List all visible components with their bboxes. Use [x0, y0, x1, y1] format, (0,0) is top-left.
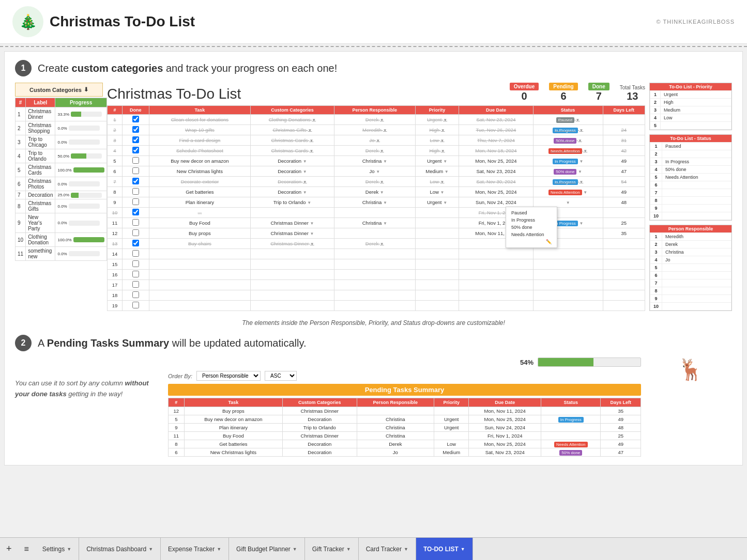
table-row: 6 New Christmas lights Decoration ▼ Jo ▼…	[108, 166, 645, 177]
tab-settings[interactable]: Settings ▼	[35, 538, 79, 560]
tab-todo-list[interactable]: TO-DO LIST ▼	[416, 538, 473, 560]
cat-col-num: #	[16, 98, 26, 107]
order-by-select[interactable]: Person Responsible	[196, 371, 261, 381]
done-cell[interactable]	[122, 228, 149, 239]
done-checkbox[interactable]	[132, 188, 139, 195]
done-checkbox[interactable]	[132, 209, 139, 215]
dropdown-option-50done[interactable]: 50% done	[508, 224, 555, 231]
dropdown-option-in-progress[interactable]: In Progress	[508, 216, 555, 224]
table-row: 16	[108, 270, 645, 280]
tab-gift-budget[interactable]: Gift Budget Planner ▼	[229, 538, 305, 560]
done-cell[interactable]	[122, 197, 149, 208]
down-arrow-icon: ⬇	[84, 86, 88, 93]
right-legends-panel: To-Do List - Priority 1Urgent2High3Mediu…	[649, 83, 732, 315]
done-checkbox[interactable]	[132, 240, 139, 246]
done-cell[interactable]	[122, 156, 149, 166]
header-copyright: © THINKLIKEAGIRLBOSS	[657, 19, 735, 25]
done-cell[interactable]	[122, 218, 149, 228]
status-dropdown-popup[interactable]: Paused In Progress 50% done Needs Attent…	[506, 207, 557, 248]
dropdown-option-needs-attention[interactable]: Needs Attention	[508, 231, 555, 238]
table-row: 18	[108, 290, 645, 301]
done-checkbox[interactable]	[132, 157, 139, 164]
task-days	[603, 301, 645, 311]
status-legend-header: To-Do List - Status	[650, 135, 731, 142]
tab-christmas-dashboard[interactable]: Christmas Dashboard ▼	[79, 538, 161, 560]
tab-plus-button[interactable]: +	[0, 538, 18, 560]
tab-card-tracker-label: Card Tracker	[366, 546, 402, 553]
p-status: In Progress	[541, 415, 601, 424]
done-checkbox[interactable]	[132, 167, 139, 174]
done-checkbox[interactable]	[132, 291, 139, 298]
legend-num: 7	[650, 189, 662, 197]
done-cell[interactable]	[122, 208, 149, 218]
done-cell[interactable]	[122, 146, 149, 156]
task-category	[251, 259, 334, 270]
done-cell[interactable]	[122, 239, 149, 249]
custom-categories-panel: Custom Categories ⬇ # Label Progress 1 C…	[15, 83, 103, 315]
done-checkbox[interactable]	[132, 178, 139, 184]
progress-row: 54%	[168, 357, 641, 367]
done-cell[interactable]	[122, 166, 149, 177]
legend-num: 1	[650, 91, 661, 99]
task-name: Buy props	[149, 228, 250, 239]
task-category: Christmas-Gifts ▼	[251, 125, 334, 135]
th-due: Due Date	[459, 106, 533, 115]
done-cell[interactable]	[122, 135, 149, 146]
done-cell[interactable]	[122, 177, 149, 187]
legend-label: Medium	[661, 106, 731, 114]
row-num: 6	[108, 166, 123, 177]
tab-card-tracker[interactable]: Card Tracker ▼	[359, 538, 416, 560]
done-checkbox[interactable]	[132, 302, 139, 308]
custom-cat-row: 4 Trip to Orlando 50.0%	[16, 149, 107, 163]
done-cell[interactable]	[122, 259, 149, 270]
done-cell[interactable]	[122, 187, 149, 197]
done-cell[interactable]	[122, 125, 149, 135]
done-cell[interactable]	[122, 249, 149, 259]
task-status: Needs Attention ▼	[533, 187, 603, 197]
done-checkbox[interactable]	[132, 116, 139, 122]
pending-row: 9 Plan itinerary Trip to Orlando Christi…	[169, 424, 641, 432]
done-checkbox[interactable]	[132, 229, 139, 236]
task-due: Thu, Nov 7, 2024	[459, 135, 533, 146]
done-checkbox[interactable]	[132, 260, 139, 267]
done-checkbox[interactable]	[132, 126, 139, 133]
legend-label	[662, 205, 731, 212]
dropdown-edit-icon[interactable]: ✏️	[508, 238, 555, 245]
done-cell[interactable]	[122, 290, 149, 301]
legend-label	[662, 295, 731, 303]
done-checkbox[interactable]	[132, 198, 139, 205]
task-category: Christmas-Cards ▼	[251, 146, 334, 156]
legend-row: 4Jo	[650, 256, 731, 264]
tab-gift-tracker[interactable]: Gift Tracker ▼	[305, 538, 359, 560]
row-num: 9	[108, 197, 123, 208]
pending-header-bar: Pending Tasks Summary	[168, 384, 641, 396]
done-checkbox[interactable]	[132, 147, 139, 153]
status-badge: Needs Attention	[548, 190, 582, 195]
tab-christmas-label: Christmas Dashboard	[86, 546, 146, 553]
done-checkbox[interactable]	[132, 250, 139, 257]
p-num: 12	[169, 407, 185, 415]
total-stat: Total Tasks 13	[620, 85, 645, 102]
tab-expense-tracker[interactable]: Expense Tracker ▼	[161, 538, 229, 560]
p-person: Christina	[357, 424, 434, 432]
done-cell[interactable]	[122, 301, 149, 311]
task-category: Christmas-Dinner ▼	[251, 239, 334, 249]
legend-num: 10	[650, 303, 662, 310]
done-cell[interactable]	[122, 270, 149, 280]
done-checkbox[interactable]	[132, 136, 139, 143]
dropdown-option-paused[interactable]: Paused	[508, 209, 555, 216]
status-badge: Needs Attention	[554, 442, 587, 447]
legend-row: 9	[650, 205, 731, 212]
legend-label	[662, 279, 731, 287]
legend-row: 7	[650, 189, 731, 197]
done-checkbox[interactable]	[132, 281, 139, 288]
done-cell[interactable]	[122, 280, 149, 290]
tab-lines-button[interactable]: ≡	[18, 538, 35, 560]
task-priority: Urgent ▼	[415, 197, 459, 208]
done-checkbox[interactable]	[132, 271, 139, 277]
done-checkbox[interactable]	[132, 219, 139, 226]
task-name: Clean-closet-for-donations	[149, 115, 250, 125]
order-by-dir[interactable]: ASC DESC	[265, 371, 297, 381]
settings-dropdown-icon: ▼	[67, 547, 71, 552]
done-cell[interactable]	[122, 115, 149, 125]
